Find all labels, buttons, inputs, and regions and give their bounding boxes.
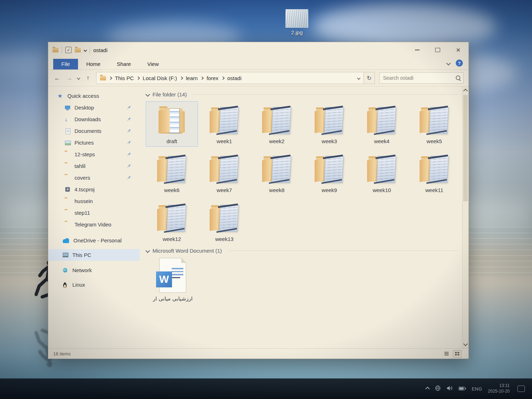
folder-icon	[154, 104, 190, 137]
sidebar-item-this-pc[interactable]: This PC	[48, 249, 140, 261]
maximize-button[interactable]	[427, 44, 448, 56]
folder-icon	[364, 153, 400, 186]
collapse-chevron-icon[interactable]	[145, 248, 150, 253]
view-switcher	[442, 350, 461, 358]
language-indicator[interactable]: ENG	[472, 386, 482, 392]
sidebar-item-desktop[interactable]: Desktop	[48, 102, 140, 113]
sidebar-item-4tscproj[interactable]: 4.tscproj	[48, 184, 140, 195]
clock-date: 2025-10-20	[488, 389, 510, 394]
folder-item-draft[interactable]: draft	[146, 102, 198, 146]
folder-item-week3[interactable]: week3	[304, 102, 355, 146]
clock[interactable]: 13:11 2025-10-20	[488, 383, 510, 394]
title-bar: ostadi	[48, 42, 469, 58]
document-item[interactable]: ارزشیابی میانی ار	[146, 258, 199, 302]
vertical-scrollbar[interactable]	[462, 86, 469, 348]
sidebar-label: 4.tscproj	[74, 186, 95, 192]
breadcrumb-item[interactable]: Local Disk (F:)	[143, 75, 177, 81]
sidebar-item-downloads[interactable]: Downloads	[48, 113, 140, 125]
folder-item-week12[interactable]: week12	[146, 200, 198, 244]
qat-customize-chevron-icon[interactable]	[84, 48, 87, 52]
folder-icon	[364, 104, 400, 137]
sidebar-item-pictures[interactable]: Pictures	[48, 137, 140, 148]
refresh-button[interactable]	[364, 72, 375, 84]
qat-new-folder-icon[interactable]	[75, 48, 81, 52]
sidebar-item-step11[interactable]: step11	[48, 207, 140, 219]
sidebar-item-quick-access[interactable]: Quick access	[48, 90, 140, 102]
minimize-icon	[415, 50, 420, 50]
network-globe-icon[interactable]	[435, 385, 441, 393]
folder-item-week8[interactable]: week8	[251, 151, 303, 195]
folder-item-week4[interactable]: week4	[356, 102, 408, 146]
thumbnails-view-button[interactable]	[453, 350, 461, 358]
folder-label: week8	[269, 187, 284, 193]
minimize-button[interactable]	[407, 44, 427, 56]
search-icon[interactable]	[456, 75, 460, 80]
scrollbar-thumb[interactable]	[463, 95, 468, 201]
scroll-up-icon[interactable]	[463, 89, 468, 93]
sidebar-item-tahlil[interactable]: tahlil	[48, 160, 140, 172]
recent-locations-chevron-icon[interactable]	[77, 76, 81, 80]
folder-item-week5[interactable]: week5	[409, 102, 460, 146]
folder-item-week2[interactable]: week2	[251, 102, 303, 146]
pin-icon	[127, 152, 131, 157]
folder-label: week7	[217, 187, 232, 193]
battery-icon[interactable]	[459, 386, 466, 392]
scroll-down-icon[interactable]	[463, 342, 468, 346]
collapse-chevron-icon[interactable]	[145, 92, 150, 97]
sidebar-item-onedrive[interactable]: OneDrive - Personal	[48, 235, 140, 246]
pin-icon	[127, 175, 131, 180]
sidebar-item-documents[interactable]: Documents	[48, 125, 140, 137]
breadcrumb-item[interactable]: learn	[186, 75, 198, 81]
folder-icon	[154, 153, 190, 186]
folder-item-week9[interactable]: week9	[304, 151, 355, 195]
expand-ribbon-chevron-icon[interactable]	[446, 61, 451, 66]
close-button[interactable]	[448, 44, 469, 56]
folder-item-week11[interactable]: week11	[409, 151, 460, 195]
sidebar-item-12-steps[interactable]: 12-steps	[48, 148, 140, 160]
tab-view[interactable]: View	[139, 59, 167, 69]
group-rule	[228, 251, 458, 251]
folder-item-week7[interactable]: week7	[199, 151, 250, 195]
sidebar-item-hussein[interactable]: hussein	[48, 195, 140, 207]
tab-share[interactable]: Share	[109, 59, 139, 69]
help-icon[interactable]	[456, 60, 463, 67]
sidebar-item-telegram-video[interactable]: Telegram Video	[48, 219, 140, 230]
breadcrumb-item[interactable]: forex	[206, 75, 218, 81]
breadcrumb-item[interactable]: This PC	[115, 75, 134, 81]
folder-item-week1[interactable]: week1	[199, 102, 250, 146]
group-header-word-document[interactable]: Microsoft Word Document (1)	[146, 248, 461, 254]
folder-item-week10[interactable]: week10	[356, 151, 408, 195]
shortcut-label: 2.jpg	[284, 29, 310, 35]
pin-icon	[127, 117, 131, 122]
folder-label: week2	[269, 138, 284, 144]
tab-file[interactable]: File	[53, 59, 78, 69]
group-header-file-folder[interactable]: File folder (14)	[146, 91, 461, 97]
window-title: ostadi	[93, 47, 107, 53]
tab-home[interactable]: Home	[78, 59, 109, 69]
breadcrumb-bar[interactable]: This PC Local Disk (F:) learn forex osta…	[96, 72, 364, 84]
address-dropdown-chevron-icon[interactable]	[357, 76, 361, 80]
action-center-icon[interactable]	[517, 386, 525, 392]
folder-item-week6[interactable]: week6	[146, 151, 198, 195]
up-button[interactable]	[84, 74, 92, 82]
group-rule	[193, 94, 458, 95]
sidebar-item-covers[interactable]: covers	[48, 172, 140, 184]
search-input[interactable]	[379, 72, 464, 84]
volume-icon[interactable]	[447, 386, 453, 392]
desktop-shortcut-2jpg[interactable]: 2.jpg	[284, 9, 310, 35]
qat-properties-icon[interactable]	[65, 47, 72, 53]
details-view-button[interactable]	[442, 350, 451, 358]
forward-button[interactable]	[65, 74, 73, 82]
sidebar-label: Desktop	[74, 105, 94, 111]
sidebar-label: 12-steps	[74, 151, 95, 157]
sidebar-item-network[interactable]: Network	[48, 264, 140, 276]
folder-item-week13[interactable]: week13	[199, 200, 250, 244]
back-button[interactable]	[53, 74, 61, 82]
folder-icon	[312, 104, 347, 137]
folder-icon	[417, 153, 452, 186]
tray-overflow-chevron-icon[interactable]	[425, 387, 430, 391]
breadcrumb-item[interactable]: ostadi	[227, 75, 242, 81]
chevron-right-icon	[200, 76, 204, 80]
sidebar-item-linux[interactable]: Linux	[48, 279, 140, 291]
sidebar-label: Network	[72, 267, 92, 273]
